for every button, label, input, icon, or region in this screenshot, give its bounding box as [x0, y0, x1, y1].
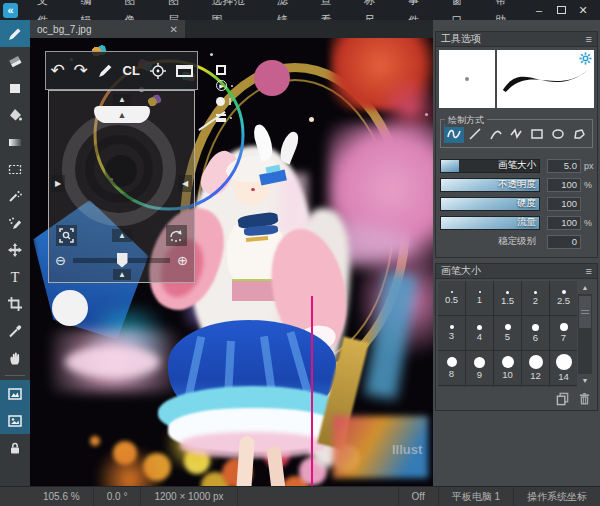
- draw-ellipse-button[interactable]: [548, 125, 568, 143]
- magic-wand-tool[interactable]: [0, 182, 30, 209]
- image-panel-toggle-2[interactable]: [0, 407, 30, 434]
- zoom-out-button[interactable]: ⊖: [55, 254, 66, 267]
- text-tool[interactable]: T: [0, 263, 30, 290]
- panel-menu-icon[interactable]: ≡: [586, 266, 592, 277]
- delete-brush-button[interactable]: [578, 392, 591, 406]
- flow-slider[interactable]: 流量: [440, 216, 540, 230]
- menu-lines-icon[interactable]: [216, 114, 226, 122]
- stabilizer-value[interactable]: 0: [547, 235, 581, 249]
- brush-size-preset[interactable]: [494, 386, 521, 387]
- brush-size-preset[interactable]: [522, 386, 549, 387]
- select-tool[interactable]: [0, 155, 30, 182]
- brush-size-preset[interactable]: 4: [466, 316, 493, 350]
- opacity-value[interactable]: 100: [547, 178, 581, 192]
- redo-button[interactable]: ↷: [74, 62, 88, 79]
- clear-button[interactable]: CL: [123, 63, 140, 78]
- brush-size-preset[interactable]: 0.5: [438, 281, 465, 315]
- brush-size-value[interactable]: 5.0: [547, 159, 581, 173]
- brush-size-preset[interactable]: 7: [550, 316, 577, 350]
- rotation-angle[interactable]: 0.0 °: [94, 487, 142, 506]
- hardness-value[interactable]: 100: [547, 197, 581, 211]
- rotate-fan-button[interactable]: ▲: [94, 106, 150, 123]
- gear-icon[interactable]: [579, 52, 592, 65]
- brush-grid-scrollbar[interactable]: ▲ ▼: [578, 281, 592, 387]
- square-icon: [7, 80, 23, 96]
- shape-tool[interactable]: [0, 74, 30, 101]
- image-panel-toggle-1[interactable]: [0, 380, 30, 407]
- document-tab[interactable]: oc_bg_7.jpg ✕: [30, 20, 185, 38]
- draw-polyline-button[interactable]: [506, 125, 526, 143]
- stop-icon[interactable]: [216, 65, 226, 75]
- eyedropper-tool[interactable]: [0, 317, 30, 344]
- fit-view-button[interactable]: [56, 225, 77, 246]
- bucket-tool[interactable]: [0, 101, 30, 128]
- duplicate-brush-button[interactable]: [556, 392, 569, 406]
- brush-size-preset[interactable]: 5: [494, 316, 521, 350]
- tab-close-icon[interactable]: ✕: [170, 24, 178, 35]
- pan-up-button[interactable]: ▲: [113, 94, 131, 106]
- close-button[interactable]: ✕: [572, 1, 594, 19]
- pen-tool[interactable]: [0, 20, 30, 47]
- brush-size-header[interactable]: 画笔大小 ≡: [436, 264, 597, 279]
- coordinate-mode[interactable]: 操作系统坐标: [513, 487, 600, 506]
- opacity-slider[interactable]: 不透明度: [440, 178, 540, 192]
- scrollbar-thumb[interactable]: [579, 296, 591, 328]
- lock-tool[interactable]: [0, 434, 30, 461]
- brush-size-preset[interactable]: 3: [438, 316, 465, 350]
- tablet-mode[interactable]: 平板电脑 1: [438, 487, 513, 506]
- brush-size-preset[interactable]: 6: [522, 316, 549, 350]
- pan-left-button[interactable]: ▶: [51, 175, 65, 192]
- minimize-button[interactable]: –: [528, 1, 550, 19]
- brush-size-preset[interactable]: 2: [522, 281, 549, 315]
- flow-value[interactable]: 100: [547, 216, 581, 230]
- brush-size-preset[interactable]: 12: [522, 351, 549, 385]
- target-button[interactable]: [149, 62, 167, 80]
- eraser-tool[interactable]: [0, 47, 30, 74]
- draw-rect-button[interactable]: [527, 125, 547, 143]
- zoom-level[interactable]: 105.6 %: [30, 487, 94, 506]
- maximize-button[interactable]: [550, 1, 572, 19]
- draw-polygon-button[interactable]: [569, 125, 589, 143]
- window-layout-button[interactable]: [176, 65, 193, 77]
- draw-line-button[interactable]: [465, 125, 485, 143]
- zoom-slider-handle[interactable]: [117, 253, 128, 268]
- brush-size-preset[interactable]: 9: [466, 351, 493, 385]
- canvas[interactable]: Illust ▶ ↶ ↷ CL: [30, 38, 433, 486]
- brush-size-preset[interactable]: 1: [466, 281, 493, 315]
- brush-size-preset[interactable]: [438, 386, 465, 387]
- pan-right-button[interactable]: ◀: [178, 175, 192, 192]
- brush-size-preset[interactable]: 8: [438, 351, 465, 385]
- zoom-slider-track[interactable]: [73, 258, 170, 263]
- reset-rotation-button[interactable]: [166, 225, 187, 246]
- hand-tool[interactable]: [0, 344, 30, 371]
- gradient-tool[interactable]: [0, 128, 30, 155]
- nudge-up-button[interactable]: ▲: [112, 229, 132, 242]
- brush-size-preset[interactable]: 1.5: [494, 281, 521, 315]
- stabilizer-slider[interactable]: 稳定级别: [440, 235, 540, 249]
- record-icon[interactable]: [216, 97, 225, 106]
- zoom-in-button[interactable]: ⊕: [177, 254, 188, 267]
- scroll-up-icon[interactable]: ▲: [578, 281, 592, 294]
- play-icon[interactable]: ▶: [216, 80, 227, 91]
- brush-size-preset[interactable]: 14: [550, 351, 577, 385]
- brush-size-slider[interactable]: 画笔大小: [440, 159, 540, 173]
- toggle-status[interactable]: Off: [398, 487, 438, 506]
- brush-size-preset[interactable]: 10: [494, 351, 521, 385]
- undo-button[interactable]: ↶: [50, 62, 64, 79]
- brush-stroke-preview[interactable]: [497, 50, 594, 108]
- hardness-slider[interactable]: 硬度: [440, 197, 540, 211]
- tool-options-header[interactable]: 工具选项 ≡: [436, 32, 597, 47]
- panel-menu-icon[interactable]: ≡: [586, 34, 592, 45]
- brush-size-preset[interactable]: [466, 386, 493, 387]
- brush-size-preset[interactable]: [550, 386, 577, 387]
- pen-quick-button[interactable]: [97, 62, 114, 79]
- scroll-down-icon[interactable]: ▼: [578, 374, 592, 387]
- crop-tool[interactable]: [0, 290, 30, 317]
- select-pen-tool[interactable]: [0, 209, 30, 236]
- move-tool[interactable]: [0, 236, 30, 263]
- expand-button[interactable]: ▲: [113, 269, 131, 280]
- draw-freehand-button[interactable]: [444, 125, 464, 143]
- draw-curve-button[interactable]: [486, 125, 506, 143]
- brush-tip-preview[interactable]: [439, 50, 495, 108]
- brush-size-preset[interactable]: 2.5: [550, 281, 577, 315]
